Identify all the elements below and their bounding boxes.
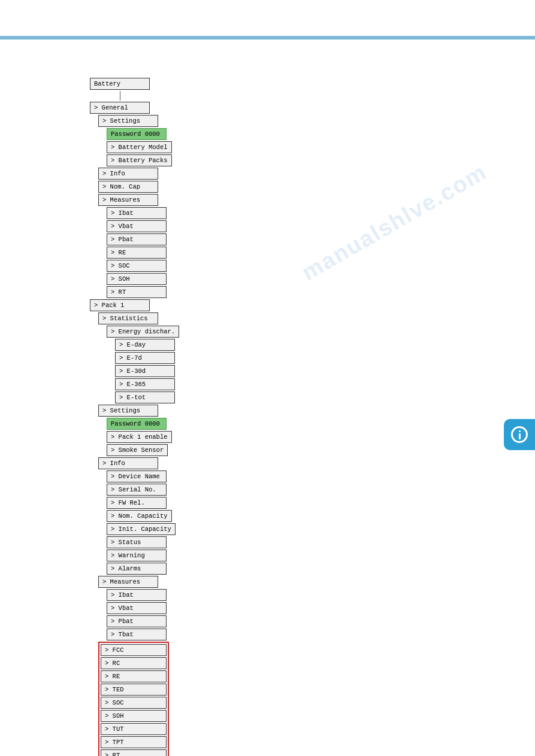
node-measures2[interactable]: > Measures (98, 576, 179, 588)
node-box-password1[interactable]: Password 0000 (107, 128, 167, 140)
node-box-battery[interactable]: Battery (90, 78, 150, 90)
node-box-statistics[interactable]: > Statistics (98, 312, 158, 324)
node-fw-rel[interactable]: > FW Rel. (107, 497, 179, 509)
node-info[interactable]: > Info (98, 168, 179, 180)
node-tut[interactable]: > TUT (101, 723, 167, 735)
node-box-general[interactable]: > General (90, 102, 150, 114)
node-box-pbat2[interactable]: > Pbat (107, 615, 167, 627)
node-rt[interactable]: > RT (107, 286, 179, 298)
node-battery-model[interactable]: > Battery Model (107, 141, 179, 153)
node-box-info[interactable]: > Info (98, 168, 158, 180)
node-vbat[interactable]: > Vbat (107, 220, 179, 232)
node-rt2[interactable]: > RT (101, 749, 167, 756)
node-ibat[interactable]: > Ibat (107, 207, 179, 219)
node-box-vbat2[interactable]: > Vbat (107, 602, 167, 614)
node-box-energy-dischar[interactable]: > Energy dischar. (107, 326, 179, 338)
node-box-fcc[interactable]: > FCC (101, 644, 167, 656)
node-nom-cap[interactable]: > Nom. Cap (98, 181, 179, 193)
node-device-name[interactable]: > Device Name (107, 470, 179, 482)
node-vbat2[interactable]: > Vbat (107, 602, 179, 614)
node-password2[interactable]: Password 0000 (107, 418, 179, 430)
node-box-ibat[interactable]: > Ibat (107, 207, 167, 219)
node-box-e-30d[interactable]: > E-30d (115, 365, 175, 377)
node-box-pbat[interactable]: > Pbat (107, 233, 167, 245)
node-box-re[interactable]: > RE (107, 247, 167, 259)
node-soc2[interactable]: > SOC (101, 697, 167, 709)
node-box-tbat[interactable]: > Tbat (107, 629, 167, 640)
node-box-password2[interactable]: Password 0000 (107, 418, 167, 430)
node-fcc[interactable]: > FCC (101, 644, 167, 656)
node-soh2[interactable]: > SOH (101, 710, 167, 722)
node-box-settings2[interactable]: > Settings (98, 405, 158, 417)
node-re2[interactable]: > RE (101, 670, 167, 682)
node-box-warning[interactable]: > Warning (107, 549, 167, 561)
node-box-rt2[interactable]: > RT (101, 749, 167, 756)
node-box-pack1[interactable]: > Pack 1 (90, 299, 150, 311)
node-box-measures2[interactable]: > Measures (98, 576, 158, 588)
node-box-e-365[interactable]: > E-365 (115, 378, 175, 390)
node-box-tpt[interactable]: > TPT (101, 736, 167, 748)
node-measures[interactable]: > Measures (98, 194, 179, 206)
node-ibat2[interactable]: > Ibat (107, 589, 179, 601)
node-box-device-name[interactable]: > Device Name (107, 470, 167, 482)
node-box-status[interactable]: > Status (107, 536, 167, 548)
node-e-30d[interactable]: > E-30d (115, 365, 179, 377)
node-box-measures[interactable]: > Measures (98, 194, 158, 206)
node-box-vbat[interactable]: > Vbat (107, 220, 167, 232)
node-box-re2[interactable]: > RE (101, 670, 167, 682)
node-smoke-sensor[interactable]: > Smoke Sensor (107, 444, 179, 456)
node-box-nom-capacity[interactable]: > Nom. Capacity (107, 510, 172, 522)
node-box-e-tot[interactable]: > E-tot (115, 391, 175, 403)
node-alarms[interactable]: > Alarms (107, 563, 179, 575)
node-serial-no[interactable]: > Serial No. (107, 484, 179, 496)
node-box-rt[interactable]: > RT (107, 286, 167, 298)
node-ted[interactable]: > TED (101, 684, 167, 696)
node-pbat[interactable]: > Pbat (107, 233, 179, 245)
node-box-settings[interactable]: > Settings (98, 115, 158, 127)
node-box-battery-packs[interactable]: > Battery Packs (107, 154, 172, 166)
node-box-nom-cap[interactable]: > Nom. Cap (98, 181, 158, 193)
node-box-fw-rel[interactable]: > FW Rel. (107, 497, 167, 509)
node-energy-dischar[interactable]: > Energy dischar. (107, 326, 179, 338)
node-box-ibat2[interactable]: > Ibat (107, 589, 167, 601)
node-warning[interactable]: > Warning (107, 549, 179, 561)
node-battery[interactable]: Battery (90, 78, 179, 90)
node-settings[interactable]: > Settings (98, 115, 179, 127)
node-box-alarms[interactable]: > Alarms (107, 563, 167, 575)
node-nom-capacity[interactable]: > Nom. Capacity (107, 510, 179, 522)
node-tpt[interactable]: > TPT (101, 736, 167, 748)
node-box-init-capacity[interactable]: > Init. Capacity (107, 523, 176, 535)
node-pack1-enable[interactable]: > Pack 1 enable (107, 431, 179, 443)
node-box-soh[interactable]: > SOH (107, 273, 167, 285)
node-box-e-7d[interactable]: > E-7d (115, 352, 175, 364)
node-e-365[interactable]: > E-365 (115, 378, 179, 390)
node-box-ted[interactable]: > TED (101, 684, 167, 696)
node-box-info2[interactable]: > Info (98, 457, 158, 469)
node-re[interactable]: > RE (107, 247, 179, 259)
node-soc[interactable]: > SOC (107, 260, 179, 272)
node-box-e-day[interactable]: > E-day (115, 339, 175, 351)
node-box-tut[interactable]: > TUT (101, 723, 167, 735)
node-box-serial-no[interactable]: > Serial No. (107, 484, 167, 496)
node-box-rc[interactable]: > RC (101, 657, 167, 669)
node-e-day[interactable]: > E-day (115, 339, 179, 351)
node-battery-packs[interactable]: > Battery Packs (107, 154, 179, 166)
node-box-soh2[interactable]: > SOH (101, 710, 167, 722)
node-rc[interactable]: > RC (101, 657, 167, 669)
node-e-7d[interactable]: > E-7d (115, 352, 179, 364)
node-soh[interactable]: > SOH (107, 273, 179, 285)
node-box-smoke-sensor[interactable]: > Smoke Sensor (107, 444, 168, 456)
node-info2[interactable]: > Info (98, 457, 179, 469)
node-box-battery-model[interactable]: > Battery Model (107, 141, 172, 153)
info-button[interactable] (504, 419, 535, 450)
node-tbat[interactable]: > Tbat (107, 629, 179, 640)
node-box-soc[interactable]: > SOC (107, 260, 167, 272)
node-init-capacity[interactable]: > Init. Capacity (107, 523, 179, 535)
node-pbat2[interactable]: > Pbat (107, 615, 179, 627)
node-password1[interactable]: Password 0000 (107, 128, 179, 140)
node-e-tot[interactable]: > E-tot (115, 391, 179, 403)
node-settings2[interactable]: > Settings (98, 405, 179, 417)
node-box-soc2[interactable]: > SOC (101, 697, 167, 709)
node-status[interactable]: > Status (107, 536, 179, 548)
node-pack1[interactable]: > Pack 1 (90, 299, 179, 311)
